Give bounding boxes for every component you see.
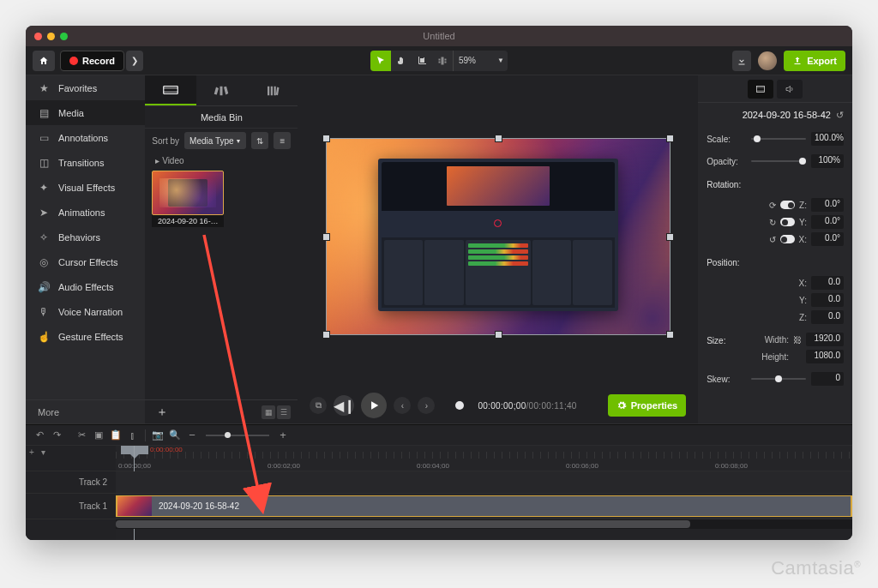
pos-z-value[interactable]: 0.0 bbox=[811, 310, 844, 324]
canvas[interactable] bbox=[327, 139, 670, 334]
sidebar-item-animations[interactable]: ➤Animations bbox=[26, 200, 145, 225]
timeline-ruler[interactable]: 0:00:00;00 0:00:00;00 0:00:02;00 0:00:04… bbox=[116, 446, 852, 471]
crop-tool[interactable] bbox=[412, 51, 432, 71]
view-list-button[interactable]: ☰ bbox=[277, 405, 291, 419]
sidebar-item-media[interactable]: ▤Media bbox=[26, 100, 145, 125]
track-1-lane[interactable]: 2024-09-20 16-58-42 bbox=[116, 494, 852, 519]
copy-button[interactable]: ▣ bbox=[90, 428, 107, 443]
timeline-clip[interactable]: 2024-09-20 16-58-42 bbox=[116, 495, 852, 517]
media-tab-bin[interactable] bbox=[145, 75, 195, 105]
resize-handle-tr[interactable] bbox=[667, 135, 673, 141]
skew-value[interactable]: 0 bbox=[811, 372, 844, 386]
home-button[interactable] bbox=[33, 51, 55, 71]
pos-y-value[interactable]: 0.0 bbox=[811, 293, 844, 307]
timeline-zoom-slider[interactable] bbox=[206, 435, 269, 436]
sidebar-item-audio-effects[interactable]: 🔊Audio Effects bbox=[26, 274, 145, 299]
cut-button[interactable]: ✂ bbox=[73, 428, 90, 443]
pos-x-value[interactable]: 0.0 bbox=[811, 276, 844, 290]
track-2-lane[interactable] bbox=[116, 471, 852, 494]
rot-y-toggle[interactable] bbox=[780, 218, 795, 226]
opacity-value[interactable]: 100% bbox=[811, 154, 844, 168]
properties-button[interactable]: Properties bbox=[608, 394, 686, 417]
props-tab-audio[interactable] bbox=[777, 80, 803, 99]
reset-button[interactable]: ↺ bbox=[836, 110, 844, 121]
download-button[interactable] bbox=[732, 51, 751, 71]
step-back-button[interactable]: ‹ bbox=[394, 397, 411, 414]
play-button[interactable] bbox=[361, 393, 387, 418]
rot-z-toggle[interactable] bbox=[780, 201, 795, 209]
sidebar-more[interactable]: More bbox=[26, 399, 145, 423]
rot-x-toggle[interactable] bbox=[780, 235, 795, 243]
track-header-1[interactable]: Track 1 bbox=[26, 494, 116, 519]
skew-slider[interactable] bbox=[751, 378, 806, 380]
rot-y-value[interactable]: 0.0° bbox=[811, 215, 844, 229]
step-forward-button[interactable]: › bbox=[418, 397, 435, 414]
sidebar-item-cursor-effects[interactable]: ◎Cursor Effects bbox=[26, 249, 145, 274]
zoom-out-button[interactable]: 🔍 bbox=[166, 428, 183, 443]
volume-icon bbox=[785, 84, 795, 94]
rot-x-value[interactable]: 0.0° bbox=[811, 232, 844, 246]
sort-direction-button[interactable]: ⇅ bbox=[251, 132, 268, 149]
timeline-horizontal-scrollbar[interactable] bbox=[116, 519, 852, 529]
link-icon[interactable]: ⛓ bbox=[793, 335, 802, 345]
resize-handle-mr[interactable] bbox=[667, 234, 673, 240]
sort-direction-button-2[interactable]: ≡ bbox=[274, 132, 291, 149]
pan-tool[interactable] bbox=[391, 51, 412, 71]
sidebar-item-behaviors[interactable]: ✧Behaviors bbox=[26, 225, 145, 249]
media-clip[interactable]: 2024-09-20 16-… bbox=[152, 171, 224, 227]
resize-handle-ml[interactable] bbox=[323, 234, 329, 240]
playhead-handle[interactable] bbox=[121, 446, 148, 454]
export-button[interactable]: Export bbox=[784, 51, 845, 71]
sidebar-item-gesture-effects[interactable]: ☝Gesture Effects bbox=[26, 324, 145, 349]
split-button[interactable]: ⫿ bbox=[124, 428, 141, 443]
undo-button[interactable]: ↶ bbox=[31, 428, 48, 443]
select-tool[interactable] bbox=[370, 51, 391, 71]
sidebar-item-favorites[interactable]: ★Favorites bbox=[26, 75, 145, 100]
scale-value[interactable]: 100.0% bbox=[811, 132, 844, 146]
width-value[interactable]: 1920.0 bbox=[806, 333, 844, 346]
user-avatar[interactable] bbox=[758, 51, 777, 70]
zoom-minus[interactable]: − bbox=[183, 428, 201, 443]
snapshot-button[interactable]: 📷 bbox=[149, 428, 166, 443]
sort-by-select[interactable]: Media Type▼ bbox=[184, 132, 246, 149]
sidebar-item-transitions[interactable]: ◫Transitions bbox=[26, 150, 145, 175]
height-value[interactable]: 1080.0 bbox=[806, 350, 844, 363]
media-group-video: ▸ Video bbox=[145, 153, 298, 167]
props-tab-visual[interactable] bbox=[748, 80, 773, 99]
redo-button[interactable]: ↷ bbox=[48, 428, 65, 443]
resize-handle-tl[interactable] bbox=[323, 135, 329, 141]
media-tab-library[interactable] bbox=[196, 75, 247, 105]
resize-handle-bl[interactable] bbox=[323, 332, 329, 338]
prev-frame-button[interactable]: ◀❙ bbox=[334, 395, 354, 416]
motion-icon: ➤ bbox=[38, 207, 50, 219]
add-media-button[interactable]: ＋ bbox=[152, 404, 172, 421]
sidebar-item-visual-effects[interactable]: ✦Visual Effects bbox=[26, 175, 145, 200]
paste-button[interactable]: 📋 bbox=[107, 428, 124, 443]
record-button[interactable]: Record bbox=[60, 51, 124, 71]
detach-button[interactable]: ⧉ bbox=[310, 397, 327, 414]
marker-menu-button[interactable]: ▾ bbox=[41, 447, 50, 456]
sidebar-item-annotations[interactable]: ▭Annotations bbox=[26, 125, 145, 150]
playhead-knob[interactable] bbox=[455, 401, 464, 410]
watermark: Camtasia® bbox=[771, 557, 861, 579]
zoom-plus[interactable]: + bbox=[274, 428, 292, 443]
rot-z-value[interactable]: 0.0° bbox=[811, 198, 844, 212]
size-label: Size: bbox=[707, 336, 756, 345]
opacity-slider[interactable] bbox=[751, 160, 806, 162]
add-marker-button[interactable]: + bbox=[29, 447, 38, 456]
sidebar-item-voice-narration[interactable]: 🎙Voice Narration bbox=[26, 299, 145, 324]
magnet-tool[interactable] bbox=[432, 51, 453, 71]
media-tab-templates[interactable] bbox=[247, 75, 298, 105]
svg-rect-1 bbox=[757, 86, 765, 92]
resize-handle-tm[interactable] bbox=[496, 135, 502, 141]
record-menu-button[interactable]: ❯ bbox=[126, 51, 143, 71]
zoom-dropdown[interactable]: ▼ bbox=[494, 51, 508, 71]
canvas-zoom-level[interactable]: 59% bbox=[453, 51, 494, 71]
resize-handle-br[interactable] bbox=[667, 332, 673, 338]
view-grid-button[interactable]: ▦ bbox=[262, 405, 275, 419]
gear-icon bbox=[616, 400, 627, 411]
scale-slider[interactable] bbox=[751, 138, 806, 140]
resize-handle-bm[interactable] bbox=[496, 332, 502, 338]
track-header-2[interactable]: Track 2 bbox=[26, 471, 116, 494]
playhead-time: 0:00:00;00 bbox=[150, 446, 183, 453]
